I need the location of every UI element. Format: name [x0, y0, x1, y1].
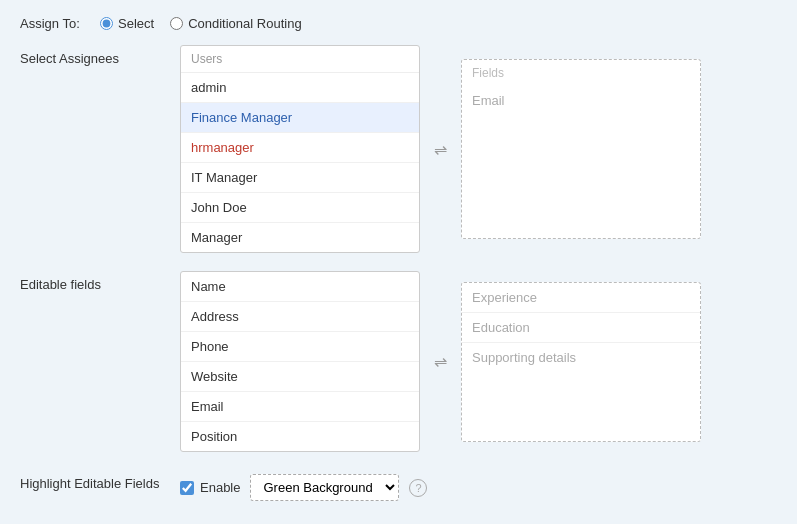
highlight-row: Highlight Editable Fields Enable Green B…: [20, 470, 777, 501]
fields-box-header: Fields: [462, 60, 700, 86]
radio-conditional[interactable]: Conditional Routing: [170, 16, 301, 31]
assign-to-label: Assign To:: [20, 16, 100, 31]
list-item[interactable]: Position: [181, 422, 419, 451]
editable-fields-label: Editable fields: [20, 271, 180, 292]
enable-checkbox[interactable]: [180, 481, 194, 495]
enable-label: Enable: [200, 480, 240, 495]
assign-to-radio-group: Select Conditional Routing: [100, 16, 302, 31]
editable-left-list: Name Address Phone Website Email Positio…: [180, 271, 420, 452]
fields-box: Fields Email: [461, 59, 701, 239]
transfer-fields-btn[interactable]: ⇌: [428, 346, 453, 377]
editable-right-list: Experience Education Supporting details: [461, 282, 701, 442]
list-item[interactable]: Address: [181, 302, 419, 332]
select-assignees-row: Select Assignees Users admin Finance Man…: [20, 45, 777, 253]
select-assignees-lists: Users admin Finance Manager hrmanager IT…: [180, 45, 701, 253]
highlight-label: Highlight Editable Fields: [20, 470, 180, 491]
radio-conditional-label: Conditional Routing: [188, 16, 301, 31]
double-arrow-icon: ⇌: [434, 140, 447, 159]
enable-checkbox-label[interactable]: Enable: [180, 480, 240, 495]
list-item[interactable]: Name: [181, 272, 419, 302]
background-color-select[interactable]: Green Background Yellow Background Blue …: [250, 474, 399, 501]
editable-fields-lists: Name Address Phone Website Email Positio…: [180, 271, 701, 452]
list-item[interactable]: IT Manager: [181, 163, 419, 193]
fields-item[interactable]: Supporting details: [462, 343, 700, 372]
fields-item[interactable]: Email: [462, 86, 700, 115]
users-list-header: Users: [181, 46, 419, 73]
fields-item[interactable]: Experience: [462, 283, 700, 313]
list-item[interactable]: hrmanager: [181, 133, 419, 163]
radio-select[interactable]: Select: [100, 16, 154, 31]
list-item[interactable]: Email: [181, 392, 419, 422]
users-list-box: Users admin Finance Manager hrmanager IT…: [180, 45, 420, 253]
highlight-controls: Enable Green Background Yellow Backgroun…: [180, 474, 427, 501]
radio-select-label: Select: [118, 16, 154, 31]
radio-select-input[interactable]: [100, 17, 113, 30]
help-icon[interactable]: ?: [409, 479, 427, 497]
select-assignees-label: Select Assignees: [20, 45, 180, 66]
radio-conditional-input[interactable]: [170, 17, 183, 30]
list-item[interactable]: Finance Manager: [181, 103, 419, 133]
list-item[interactable]: John Doe: [181, 193, 419, 223]
double-arrow-icon: ⇌: [434, 352, 447, 371]
list-item[interactable]: admin: [181, 73, 419, 103]
fields-item[interactable]: Education: [462, 313, 700, 343]
list-item[interactable]: Website: [181, 362, 419, 392]
editable-fields-row: Editable fields Name Address Phone Websi…: [20, 271, 777, 452]
list-item[interactable]: Manager: [181, 223, 419, 252]
list-item[interactable]: Phone: [181, 332, 419, 362]
transfer-assignees-btn[interactable]: ⇌: [428, 134, 453, 165]
